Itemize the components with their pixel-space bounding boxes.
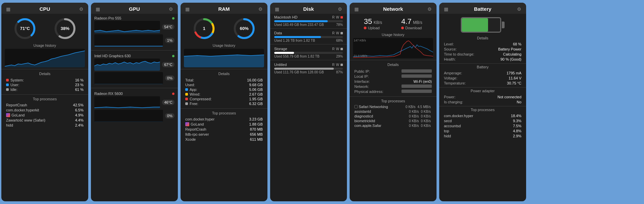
- ram-used-label: Used:: [185, 83, 195, 87]
- cpu-header: ▦ CPU ⚙: [1, 3, 88, 14]
- ram-header: ▦ RAM ⚙: [181, 3, 267, 14]
- gpu-card-1-temp: 54°C: [162, 24, 174, 30]
- gpu-card-1: Radeon Pro 555 54°C 1%: [91, 14, 178, 49]
- svg-text:38%: 38%: [60, 26, 69, 31]
- disk-vol-4-pct: 87%: [336, 70, 343, 74]
- gpu-card-2-temp: 67°C: [162, 62, 174, 67]
- gpu-chart-icon: ▦: [96, 6, 100, 12]
- download-label: Download: [401, 26, 422, 30]
- battery-source-label: Source:: [444, 47, 457, 51]
- ram-chart-icon: ▦: [185, 6, 190, 12]
- gpu-settings-icon[interactable]: ⚙: [169, 6, 173, 12]
- disk-vol-3-name: Storage: [274, 47, 287, 51]
- cpu-history-chart: [5, 49, 85, 67]
- network-physical-value: [401, 90, 432, 93]
- download-speed-unit: MB/s: [413, 20, 422, 25]
- battery-charging-label: Is charging:: [444, 100, 463, 104]
- gpu-card-3-name-row: Radeon RX 5600: [94, 91, 174, 96]
- disk-vol-1-rw: R W: [332, 15, 343, 19]
- ram-processes: com.docker.hyper 3.23 GB GoLand 1.88 GB …: [181, 116, 267, 144]
- network-network-label: Network:: [354, 84, 369, 89]
- upload-dot: [364, 27, 366, 29]
- disk-volume-3: Storage R W Used 558.79 GB from 1.82 TB …: [270, 45, 347, 59]
- battery-charging-value: No: [517, 100, 521, 104]
- cpu-chart-icon: ▦: [6, 6, 10, 12]
- process-value: 4.4%: [75, 118, 84, 122]
- cpu-system-row: System: 16 %: [6, 78, 84, 82]
- gpu-card-3-name: Radeon RX 5600: [94, 92, 123, 96]
- disk-settings-icon[interactable]: ⚙: [338, 6, 342, 12]
- disk-vol-2-bar-container: [274, 36, 343, 38]
- ram-total-value: 16.00 GB: [247, 78, 263, 82]
- network-physical-row: Physical address:: [354, 89, 432, 94]
- ram-settings-icon[interactable]: ⚙: [258, 6, 263, 12]
- process-value: 42.5%: [73, 103, 84, 107]
- ram-top-processes-label: Top processes: [181, 110, 267, 116]
- upload-speed-value: 35: [364, 17, 372, 26]
- battery-charging-row: Is charging: No: [444, 99, 521, 104]
- network-physical-label: Physical address:: [354, 90, 383, 94]
- process-upload: 0 KB/s: [406, 105, 415, 109]
- network-history-chart: 147 KB/s 21.0 MB/s: [353, 38, 433, 58]
- disk-vol-1-used: Used 183.49 GB from 233.47 GB: [274, 23, 324, 27]
- compressed-color: [185, 98, 188, 100]
- gpu-card-1-name: Radeon Pro 555: [94, 16, 121, 20]
- wired-color: [185, 93, 188, 96]
- process-value: 656 MB: [250, 132, 263, 136]
- ram-color-gauge: 1: [192, 16, 216, 41]
- list-item: accountsd 7.5%: [444, 123, 521, 128]
- cpu-usage-history-label: Usage history: [1, 42, 88, 48]
- process-name: lldb-rpc-server: [185, 132, 248, 136]
- gpu-card-2-util-chart: [94, 72, 163, 84]
- ram-wired-label: Wired:: [185, 92, 200, 96]
- cpu-panel: ▦ CPU ⚙ 71°C 38% Usage history: [1, 3, 88, 201]
- battery-voltage-label: Voltage:: [444, 76, 457, 80]
- battery-health-row: Health: 90 % (Good): [444, 57, 521, 62]
- battery-source-row: Source: Battery Power: [444, 46, 521, 52]
- cpu-settings-icon[interactable]: ⚙: [79, 6, 84, 12]
- disk-write-dot-2: [341, 32, 343, 34]
- battery-battery-details: Amperage: 1795 mA Voltage: 11.64 V Tempe…: [439, 70, 526, 86]
- disk-write-dot-3: [341, 48, 343, 50]
- battery-details-label: Details: [439, 35, 526, 41]
- goland-icon: [185, 122, 189, 126]
- list-item: lldb-rpc-server 656 MB: [185, 132, 263, 137]
- battery-header: ▦ Battery ⚙: [439, 3, 526, 14]
- process-check: [354, 105, 358, 108]
- download-speed-block: 4.7 MB/s Download: [401, 17, 422, 30]
- network-local-ip-label: Local IP:: [354, 74, 369, 78]
- process-name: com.docker.hyperkit: [6, 108, 73, 112]
- process-name: ReportCrash: [185, 127, 248, 131]
- battery-sub-label: Battery: [439, 63, 526, 70]
- process-upload: 0 KB/s: [409, 110, 419, 113]
- list-item: GoLand 4.9%: [6, 112, 84, 117]
- disk-vol-3-rw: R W: [332, 47, 343, 51]
- list-item: com.docker.hyper 18.4%: [444, 113, 521, 118]
- chart-label-bottom: 21.0 MB/s: [354, 54, 367, 58]
- disk-volume-2: Data R W Used 1.26 TB from 1.82 TB 68%: [270, 30, 347, 43]
- gpu-card-3-util-chart: [94, 110, 163, 122]
- process-upload: 0 KB/s: [409, 114, 419, 118]
- cpu-user-label: User:: [6, 83, 19, 87]
- network-top-processes-label: Top processes: [350, 98, 437, 104]
- process-value: 2.9%: [513, 134, 521, 138]
- network-settings-icon[interactable]: ⚙: [427, 6, 432, 12]
- ram-app-row: App: 5.06 GB: [185, 87, 263, 92]
- battery-level-label: Level:: [444, 42, 454, 46]
- process-download: 4.5 MB/s: [418, 105, 431, 109]
- free-color: [185, 102, 188, 105]
- disk-vol-2-used: Used 1.26 TB from 1.82 TB: [274, 39, 315, 42]
- download-dot: [401, 27, 404, 29]
- gpu-card-3: Radeon RX 5600 46°C 0%: [91, 89, 178, 125]
- cpu-temp-gauge: 71°C: [13, 16, 37, 41]
- list-item: top 4.8%: [444, 128, 521, 133]
- battery-settings-icon[interactable]: ⚙: [517, 6, 521, 12]
- svg-marker-9: [94, 61, 160, 71]
- process-value: 6.5%: [75, 108, 84, 112]
- ram-used-value: 9.68 GB: [249, 83, 263, 87]
- chart-label-top: 147 KB/s: [354, 39, 366, 42]
- ram-details-label: Details: [181, 70, 267, 76]
- disk-vol-4-rw: R W: [332, 63, 343, 67]
- network-public-ip-value: [401, 69, 432, 73]
- disk-vol-4-bar-container: [274, 68, 343, 70]
